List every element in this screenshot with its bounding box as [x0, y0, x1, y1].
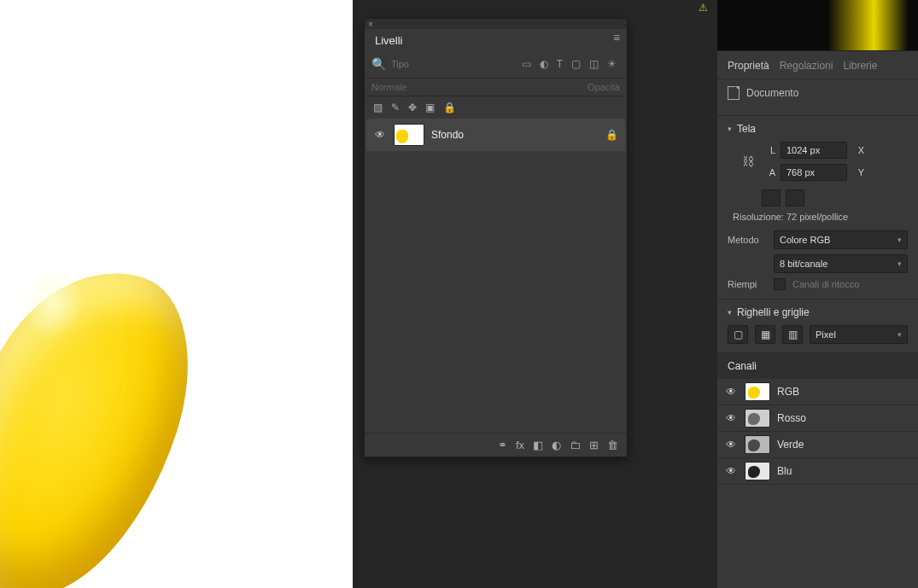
channel-thumbnail — [745, 409, 770, 428]
adjustment-icon[interactable]: ◐ — [552, 439, 561, 451]
channel-name: Rosso — [777, 412, 806, 424]
height-axis: Y — [854, 167, 864, 178]
width-axis: X — [854, 145, 864, 155]
channel-row-red[interactable]: 👁 Rosso — [717, 405, 918, 432]
lock-all-icon[interactable]: 🔒 — [443, 102, 456, 114]
navigator-preview[interactable] — [717, 0, 918, 51]
color-mode-value: Colore RGB — [780, 235, 830, 245]
visibility-eye-icon[interactable]: 👁 — [724, 386, 738, 398]
fill-checkbox[interactable] — [774, 278, 786, 290]
filter-toggle-icon[interactable]: ☀ — [607, 58, 617, 70]
orientation-portrait-button[interactable] — [762, 189, 781, 207]
chevron-down-icon: ▾ — [898, 236, 902, 244]
canvas-section: Tela ⛓ L X A Y Risoluzione: 72 pixel/pol… — [717, 116, 918, 300]
document-header-section: Documento — [717, 79, 918, 116]
layers-empty-area[interactable] — [365, 151, 627, 433]
bit-depth-select[interactable]: 8 bit/canale ▾ — [774, 254, 908, 273]
guides-toggle-button[interactable]: ▥ — [782, 325, 803, 344]
filter-type-icon[interactable]: T — [557, 58, 563, 70]
artwork-yellow-object — [0, 242, 219, 588]
rulers-collapse[interactable]: Righelli e griglie — [728, 306, 908, 318]
opacity-label: Opacità — [588, 82, 620, 92]
mask-icon[interactable]: ◧ — [533, 439, 543, 451]
color-mode-select[interactable]: Colore RGB ▾ — [774, 230, 908, 249]
unit-select[interactable]: Pixel ▾ — [810, 325, 908, 344]
layer-filter-input[interactable] — [391, 59, 509, 69]
fx-icon[interactable]: fx — [516, 439, 524, 451]
panel-title: Livelli — [375, 34, 403, 47]
height-letter: A — [765, 167, 775, 178]
panel-drag-bar[interactable]: × — [365, 19, 627, 29]
fill-label: Riempi — [728, 279, 767, 289]
channel-thumbnail — [745, 435, 770, 454]
tab-adjustments[interactable]: Regolazioni — [780, 60, 833, 72]
link-layers-icon[interactable]: ⚭ — [498, 439, 507, 451]
lock-move-icon[interactable]: ✥ — [408, 102, 417, 114]
layers-panel: × Livelli ≡ 🔍 ▭ ◐ T ▢ ◫ ☀ Normale Opacit… — [364, 18, 628, 457]
resolution-text: Risoluzione: 72 pixel/pollice — [733, 212, 908, 222]
channel-name: Verde — [777, 439, 804, 451]
grid-toggle-button[interactable]: ▦ — [755, 325, 775, 344]
channel-row-rgb[interactable]: 👁 RGB — [717, 379, 918, 405]
tab-properties[interactable]: Proprietà — [728, 60, 769, 72]
filter-adjustment-icon[interactable]: ◐ — [540, 58, 548, 70]
filter-icons: ▭ ◐ T ▢ ◫ ☀ — [522, 58, 620, 70]
blend-mode-select[interactable]: Normale — [371, 82, 584, 92]
filter-shape-icon[interactable]: ▢ — [571, 58, 581, 70]
channel-name: RGB — [777, 386, 799, 398]
unit-value: Pixel — [816, 329, 836, 340]
link-dimensions-icon[interactable]: ⛓ — [736, 154, 760, 168]
lock-artboard-icon[interactable]: ▣ — [425, 102, 435, 114]
channel-row-blue[interactable]: 👁 Blu — [717, 458, 918, 485]
lock-row: ▨ ✎ ✥ ▣ 🔒 — [365, 96, 627, 119]
tela-collapse[interactable]: Tela — [728, 123, 908, 135]
rulers-toggle-button[interactable]: ▢ — [728, 325, 748, 344]
panel-header: Livelli ≡ — [365, 29, 627, 54]
chevron-down-icon: ▾ — [898, 330, 902, 339]
new-layer-icon[interactable]: ⊞ — [589, 439, 599, 451]
rulers-section: Righelli e griglie ▢ ▦ ▥ Pixel ▾ — [717, 300, 918, 353]
channel-thumbnail — [745, 382, 770, 401]
height-input[interactable] — [781, 164, 847, 181]
bit-depth-value: 8 bit/canale — [780, 259, 827, 269]
channel-name: Blu — [777, 465, 792, 477]
fill-aux-label: Canali di ritocco — [792, 279, 859, 289]
delete-icon[interactable]: 🗑 — [607, 439, 618, 451]
filter-pixel-icon[interactable]: ▭ — [522, 58, 531, 70]
layers-footer: ⚭ fx ◧ ◐ 🗀 ⊞ 🗑 — [365, 433, 627, 457]
lock-pixels-icon[interactable]: ▨ — [373, 102, 383, 114]
channels-panel-title[interactable]: Canali — [717, 353, 918, 379]
orientation-landscape-button[interactable] — [786, 189, 804, 207]
layer-filter-row: 🔍 ▭ ◐ T ▢ ◫ ☀ — [365, 54, 627, 79]
tela-label: Tela — [737, 123, 756, 135]
search-icon[interactable]: 🔍 — [371, 57, 386, 71]
document-label: Documento — [746, 87, 798, 99]
visibility-eye-icon[interactable]: 👁 — [724, 465, 738, 477]
channel-list: 👁 RGB 👁 Rosso 👁 Verde 👁 Blu — [717, 379, 918, 485]
right-column: Proprietà Regolazioni Librerie Documento… — [717, 0, 918, 588]
width-letter: L — [765, 145, 775, 155]
visibility-eye-icon[interactable]: 👁 — [373, 129, 387, 141]
channel-row-green[interactable]: 👁 Verde — [717, 432, 918, 458]
blend-row: Normale Opacità — [365, 79, 627, 96]
close-panel-icon[interactable]: × — [368, 20, 373, 29]
tab-libraries[interactable]: Librerie — [843, 60, 877, 72]
layer-thumbnail[interactable] — [394, 124, 424, 146]
layer-name[interactable]: Sfondo — [431, 129, 599, 141]
panel-menu-icon[interactable]: ≡ — [613, 31, 620, 44]
lock-icon[interactable]: 🔒 — [605, 129, 618, 141]
metodo-label: Metodo — [728, 235, 767, 245]
visibility-eye-icon[interactable]: 👁 — [724, 412, 738, 424]
canvas[interactable] — [0, 0, 353, 588]
lock-brush-icon[interactable]: ✎ — [391, 102, 400, 114]
visibility-eye-icon[interactable]: 👁 — [724, 439, 738, 451]
rulers-label: Righelli e griglie — [737, 306, 810, 318]
group-icon[interactable]: 🗀 — [570, 439, 581, 451]
width-input[interactable] — [781, 142, 847, 159]
chevron-down-icon: ▾ — [898, 259, 902, 268]
layer-row[interactable]: 👁 Sfondo 🔒 — [366, 119, 625, 151]
properties-tabs: Proprietà Regolazioni Librerie — [717, 51, 918, 79]
document-icon — [728, 86, 740, 100]
filter-smart-icon[interactable]: ◫ — [589, 58, 599, 70]
channel-thumbnail — [745, 462, 770, 480]
